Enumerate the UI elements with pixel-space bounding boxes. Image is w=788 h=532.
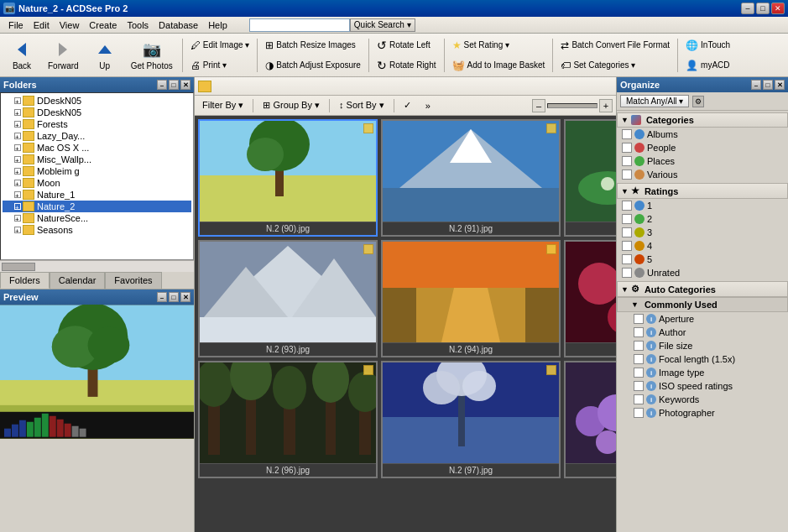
menu-file[interactable]: File [3,18,29,32]
get-photos-button[interactable]: 📷 Get Photos [125,36,179,75]
folder-item[interactable]: + Nature_1 [3,189,191,201]
filter-check-button[interactable]: ✓ [399,97,416,113]
rating-checkbox[interactable] [622,214,632,224]
ratings-header[interactable]: ▼ ★ Ratings [617,183,788,199]
categories-header[interactable]: ▼ Categories [617,112,788,128]
rating-item[interactable]: 4 [617,239,788,253]
auto-categories-header[interactable]: ▼ ⚙ Auto Categories [617,281,788,297]
grid-item[interactable]: N.2 (97).jpg [381,361,561,478]
zoom-in-button[interactable]: + [599,99,613,112]
rating-checkbox[interactable] [622,254,632,264]
category-checkbox[interactable] [622,156,632,166]
folder-item[interactable]: + Mac OS X ... [3,142,191,154]
organize-float-button[interactable]: □ [763,80,773,90]
rating-checkbox[interactable] [622,227,632,237]
auto-category-item[interactable]: i Keywords [617,393,788,406]
auto-category-item[interactable]: i Image type [617,366,788,379]
grid-item[interactable]: N.2 (92).jpg [564,119,616,237]
menu-edit[interactable]: Edit [29,18,55,32]
batch-resize-button[interactable]: ⊞ Batch Resize Images [261,36,365,55]
category-checkbox[interactable] [622,143,632,153]
auto-category-item[interactable]: i File size [617,339,788,352]
tab-folders[interactable]: Folders [0,272,50,289]
menu-help[interactable]: Help [203,18,232,32]
rating-item[interactable]: 5 [617,253,788,266]
menu-tools[interactable]: Tools [122,18,154,32]
organize-pin-button[interactable]: – [751,80,761,90]
add-to-basket-button[interactable]: 🧺 Add to Image Basket [448,56,550,75]
set-rating-button[interactable]: ★ Set Rating ▾ [448,36,550,55]
image-grid-area[interactable]: N.2 (90).jpg N.2 (91).jpg N.2 (92).jpg [195,116,616,532]
sort-by-button[interactable]: ↕ Sort By ▾ [335,97,389,113]
auto-category-checkbox[interactable] [634,408,644,418]
rating-checkbox[interactable] [622,201,632,211]
myacd-button[interactable]: 👤 myACD [681,56,734,75]
auto-category-checkbox[interactable] [634,381,644,391]
rotate-left-button[interactable]: ↺ Rotate Left [373,36,441,55]
auto-category-checkbox[interactable] [634,314,644,324]
folder-item[interactable]: + Lazy_Day... [3,130,191,142]
auto-category-item[interactable]: i Focal length (1.5x) [617,352,788,366]
print-button[interactable]: 🖨 Print ▾ [186,56,254,75]
zoom-slider[interactable] [547,103,598,108]
folders-close-button[interactable]: ✕ [180,80,190,90]
window-controls[interactable]: – □ ✕ [741,3,785,14]
folder-item[interactable]: + Misc_Wallp... [3,154,191,165]
category-item[interactable]: People [617,141,788,154]
rating-item[interactable]: 1 [617,199,788,212]
auto-category-checkbox[interactable] [634,341,644,351]
folder-item[interactable]: + DDeskN05 [3,95,191,107]
folder-item[interactable]: + DDeskN05 [3,107,191,118]
folder-item[interactable]: + Seasons [3,224,191,236]
grid-item[interactable]: N.2 (90).jpg [198,119,378,237]
forward-button[interactable]: Forward [42,36,85,75]
folder-item[interactable]: + NatureSce... [3,212,191,224]
maximize-button[interactable]: □ [756,3,770,14]
zoom-out-button[interactable]: – [532,99,545,112]
folder-item[interactable]: + Nature_2 [3,201,191,212]
menu-database[interactable]: Database [154,18,203,32]
auto-category-checkbox[interactable] [634,354,644,364]
auto-category-checkbox[interactable] [634,368,644,378]
batch-adjust-exposure-button[interactable]: ◑ Batch Adjust Exposure [261,56,365,75]
auto-category-item[interactable]: i Aperture [617,312,788,326]
rating-checkbox[interactable] [622,268,632,278]
up-button[interactable]: Up [86,36,123,75]
minimize-button[interactable]: – [741,3,754,14]
preview-close-button[interactable]: ✕ [180,292,190,302]
tab-calendar[interactable]: Calendar [50,272,106,289]
grid-item[interactable]: N.2 (91).jpg [381,119,561,237]
menu-view[interactable]: View [55,18,85,32]
auto-category-item[interactable]: i Author [617,326,788,339]
auto-category-checkbox[interactable] [634,394,644,404]
grid-item[interactable]: N.2 (96).jpg [198,361,378,478]
quick-search-button[interactable]: Quick Search ▾ [350,18,415,32]
grid-item[interactable]: N.2 (93).jpg [198,240,378,357]
category-item[interactable]: Places [617,154,788,168]
rating-checkbox[interactable] [622,241,632,251]
category-checkbox[interactable] [622,170,632,180]
preview-float-button[interactable]: □ [169,292,179,302]
rating-item[interactable]: 2 [617,212,788,226]
rating-item[interactable]: Unrated [617,266,788,279]
folders-float-button[interactable]: □ [169,80,179,90]
grid-item[interactable]: N.2 (95).jpg [564,240,616,357]
commonly-used-header[interactable]: ▼ Commonly Used [617,297,788,312]
rotate-right-button[interactable]: ↻ Rotate Right [373,56,441,75]
category-item[interactable]: Albums [617,128,788,141]
folder-item[interactable]: + Forests [3,118,191,130]
back-button[interactable]: Back [3,36,40,75]
batch-convert-button[interactable]: ⇄ Batch Convert File Format [556,36,674,55]
organize-close-button[interactable]: ✕ [775,80,785,90]
expand-button[interactable]: » [421,98,438,113]
search-input[interactable] [249,18,350,32]
rating-item[interactable]: 3 [617,226,788,239]
match-icon[interactable]: ⚙ [692,96,704,107]
folder-tree[interactable]: + DDeskN05 + DDeskN05 + Forests + Lazy_D… [0,92,194,260]
tab-favorites[interactable]: Favorites [105,272,161,289]
group-by-button[interactable]: ⊞ Group By ▾ [258,97,324,113]
auto-category-checkbox[interactable] [634,327,644,337]
folder-item[interactable]: + Moon [3,177,191,189]
organize-tree[interactable]: ▼ Categories Albums People Places Variou… [617,111,788,532]
close-button[interactable]: ✕ [771,3,785,14]
